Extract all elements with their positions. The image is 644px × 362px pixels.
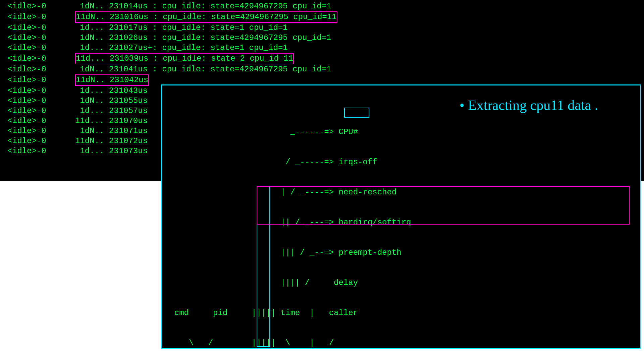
- header-line: ||| / _--=> preempt-depth: [165, 248, 638, 258]
- trace-line: <idle>-0 1dN.. 231041us : cpu_idle: stat…: [3, 64, 641, 74]
- highlighted-trace-segment: 11dN.. 231042us: [75, 74, 149, 86]
- first-three-rows-highlight: [257, 186, 630, 225]
- highlighted-trace-segment: 11d... 231039us : cpu_idle: state=2 cpu_…: [75, 53, 294, 64]
- highlighted-trace-segment: 11dN.. 231016us : cpu_idle: state=429496…: [75, 11, 337, 23]
- trace-line: <idle>-0 1dN.. 231026us : cpu_idle: stat…: [3, 33, 641, 43]
- header-line: cmd pid ||||| time | caller: [165, 308, 638, 318]
- trace-line: <idle>-0 1d... 231027us+: cpu_idle: stat…: [3, 43, 641, 53]
- foreground-terminal: _------=> CPU# / _-----=> irqs-off | / _…: [161, 84, 641, 349]
- white-background-area: [0, 181, 161, 362]
- cpu-column-highlight: [344, 108, 369, 118]
- header-line: |||| / delay: [165, 278, 638, 288]
- trace-line: <idle>-0 1d... 231017us : cpu_idle: stat…: [3, 23, 641, 33]
- trace-line: <idle>-0 11dN.. 231042us: [3, 74, 641, 86]
- trace-header: _------=> CPU# / _-----=> irqs-off | / _…: [165, 107, 638, 349]
- header-line: \ / ||||| \ | /: [165, 338, 638, 348]
- header-line: / _-----=> irqs-off: [165, 157, 638, 167]
- trace-line: <idle>-0 1dN.. 231014us : cpu_idle: stat…: [3, 1, 641, 11]
- header-line: _------=> CPU#: [165, 127, 638, 137]
- trace-line: <idle>-0 11dN.. 231016us : cpu_idle: sta…: [3, 11, 641, 23]
- trace-line: <idle>-0 11d... 231039us : cpu_idle: sta…: [3, 53, 641, 64]
